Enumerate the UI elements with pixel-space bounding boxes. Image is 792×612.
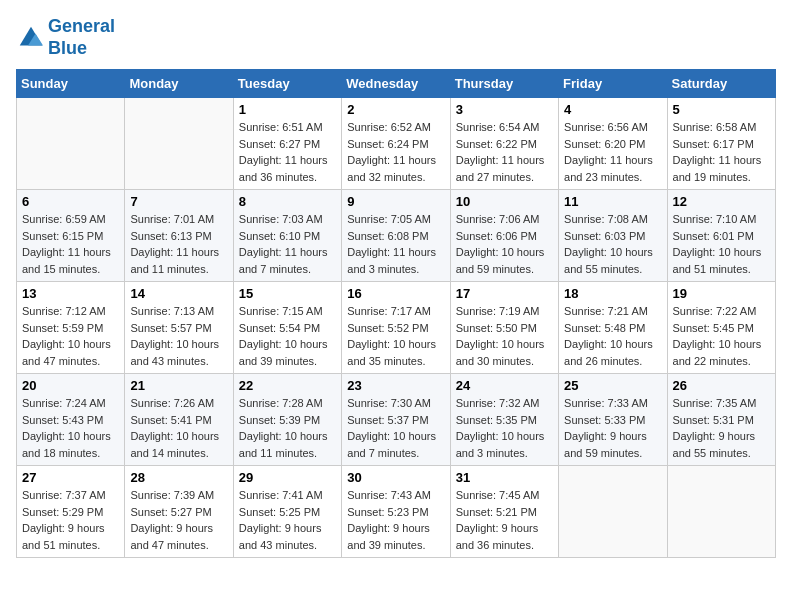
- day-info: Sunrise: 6:59 AMSunset: 6:15 PMDaylight:…: [22, 211, 119, 277]
- day-number: 8: [239, 194, 336, 209]
- day-info: Sunrise: 7:35 AMSunset: 5:31 PMDaylight:…: [673, 395, 770, 461]
- day-number: 4: [564, 102, 661, 117]
- logo: General Blue: [16, 16, 115, 59]
- header-row: SundayMondayTuesdayWednesdayThursdayFrid…: [17, 70, 776, 98]
- calendar-cell: 17 Sunrise: 7:19 AMSunset: 5:50 PMDaylig…: [450, 282, 558, 374]
- day-number: 9: [347, 194, 444, 209]
- day-info: Sunrise: 6:52 AMSunset: 6:24 PMDaylight:…: [347, 119, 444, 185]
- day-info: Sunrise: 7:01 AMSunset: 6:13 PMDaylight:…: [130, 211, 227, 277]
- day-number: 22: [239, 378, 336, 393]
- day-number: 19: [673, 286, 770, 301]
- day-info: Sunrise: 7:28 AMSunset: 5:39 PMDaylight:…: [239, 395, 336, 461]
- calendar-cell: [667, 466, 775, 558]
- day-number: 11: [564, 194, 661, 209]
- day-number: 27: [22, 470, 119, 485]
- week-row-1: 6 Sunrise: 6:59 AMSunset: 6:15 PMDayligh…: [17, 190, 776, 282]
- day-info: Sunrise: 7:30 AMSunset: 5:37 PMDaylight:…: [347, 395, 444, 461]
- calendar-cell: 16 Sunrise: 7:17 AMSunset: 5:52 PMDaylig…: [342, 282, 450, 374]
- calendar-cell: 29 Sunrise: 7:41 AMSunset: 5:25 PMDaylig…: [233, 466, 341, 558]
- calendar-cell: 3 Sunrise: 6:54 AMSunset: 6:22 PMDayligh…: [450, 98, 558, 190]
- day-number: 25: [564, 378, 661, 393]
- day-info: Sunrise: 7:22 AMSunset: 5:45 PMDaylight:…: [673, 303, 770, 369]
- calendar-cell: 13 Sunrise: 7:12 AMSunset: 5:59 PMDaylig…: [17, 282, 125, 374]
- day-number: 31: [456, 470, 553, 485]
- logo-text: General Blue: [48, 16, 115, 59]
- day-number: 7: [130, 194, 227, 209]
- day-number: 30: [347, 470, 444, 485]
- day-info: Sunrise: 7:03 AMSunset: 6:10 PMDaylight:…: [239, 211, 336, 277]
- calendar-cell: 23 Sunrise: 7:30 AMSunset: 5:37 PMDaylig…: [342, 374, 450, 466]
- day-info: Sunrise: 7:26 AMSunset: 5:41 PMDaylight:…: [130, 395, 227, 461]
- day-number: 17: [456, 286, 553, 301]
- day-info: Sunrise: 7:19 AMSunset: 5:50 PMDaylight:…: [456, 303, 553, 369]
- calendar-cell: [17, 98, 125, 190]
- day-number: 20: [22, 378, 119, 393]
- week-row-2: 13 Sunrise: 7:12 AMSunset: 5:59 PMDaylig…: [17, 282, 776, 374]
- day-info: Sunrise: 7:32 AMSunset: 5:35 PMDaylight:…: [456, 395, 553, 461]
- day-number: 13: [22, 286, 119, 301]
- day-info: Sunrise: 7:39 AMSunset: 5:27 PMDaylight:…: [130, 487, 227, 553]
- calendar-cell: 28 Sunrise: 7:39 AMSunset: 5:27 PMDaylig…: [125, 466, 233, 558]
- day-number: 15: [239, 286, 336, 301]
- day-info: Sunrise: 7:43 AMSunset: 5:23 PMDaylight:…: [347, 487, 444, 553]
- calendar-cell: 24 Sunrise: 7:32 AMSunset: 5:35 PMDaylig…: [450, 374, 558, 466]
- day-number: 28: [130, 470, 227, 485]
- day-info: Sunrise: 6:54 AMSunset: 6:22 PMDaylight:…: [456, 119, 553, 185]
- day-number: 29: [239, 470, 336, 485]
- calendar-cell: 14 Sunrise: 7:13 AMSunset: 5:57 PMDaylig…: [125, 282, 233, 374]
- day-header-saturday: Saturday: [667, 70, 775, 98]
- day-header-thursday: Thursday: [450, 70, 558, 98]
- day-header-wednesday: Wednesday: [342, 70, 450, 98]
- calendar-cell: 8 Sunrise: 7:03 AMSunset: 6:10 PMDayligh…: [233, 190, 341, 282]
- day-number: 24: [456, 378, 553, 393]
- day-header-monday: Monday: [125, 70, 233, 98]
- day-info: Sunrise: 7:15 AMSunset: 5:54 PMDaylight:…: [239, 303, 336, 369]
- calendar-cell: 18 Sunrise: 7:21 AMSunset: 5:48 PMDaylig…: [559, 282, 667, 374]
- calendar-cell: 1 Sunrise: 6:51 AMSunset: 6:27 PMDayligh…: [233, 98, 341, 190]
- calendar-cell: 9 Sunrise: 7:05 AMSunset: 6:08 PMDayligh…: [342, 190, 450, 282]
- calendar-cell: 15 Sunrise: 7:15 AMSunset: 5:54 PMDaylig…: [233, 282, 341, 374]
- day-info: Sunrise: 6:51 AMSunset: 6:27 PMDaylight:…: [239, 119, 336, 185]
- calendar-cell: 21 Sunrise: 7:26 AMSunset: 5:41 PMDaylig…: [125, 374, 233, 466]
- calendar-cell: [125, 98, 233, 190]
- calendar-cell: 5 Sunrise: 6:58 AMSunset: 6:17 PMDayligh…: [667, 98, 775, 190]
- day-info: Sunrise: 7:21 AMSunset: 5:48 PMDaylight:…: [564, 303, 661, 369]
- calendar-cell: 22 Sunrise: 7:28 AMSunset: 5:39 PMDaylig…: [233, 374, 341, 466]
- calendar-cell: 12 Sunrise: 7:10 AMSunset: 6:01 PMDaylig…: [667, 190, 775, 282]
- day-number: 3: [456, 102, 553, 117]
- calendar-body: 1 Sunrise: 6:51 AMSunset: 6:27 PMDayligh…: [17, 98, 776, 558]
- day-number: 1: [239, 102, 336, 117]
- day-number: 23: [347, 378, 444, 393]
- day-number: 18: [564, 286, 661, 301]
- day-info: Sunrise: 7:06 AMSunset: 6:06 PMDaylight:…: [456, 211, 553, 277]
- calendar-cell: 6 Sunrise: 6:59 AMSunset: 6:15 PMDayligh…: [17, 190, 125, 282]
- day-info: Sunrise: 7:08 AMSunset: 6:03 PMDaylight:…: [564, 211, 661, 277]
- calendar-cell: 26 Sunrise: 7:35 AMSunset: 5:31 PMDaylig…: [667, 374, 775, 466]
- week-row-0: 1 Sunrise: 6:51 AMSunset: 6:27 PMDayligh…: [17, 98, 776, 190]
- day-header-tuesday: Tuesday: [233, 70, 341, 98]
- day-info: Sunrise: 7:13 AMSunset: 5:57 PMDaylight:…: [130, 303, 227, 369]
- day-number: 14: [130, 286, 227, 301]
- day-info: Sunrise: 7:10 AMSunset: 6:01 PMDaylight:…: [673, 211, 770, 277]
- calendar-cell: 19 Sunrise: 7:22 AMSunset: 5:45 PMDaylig…: [667, 282, 775, 374]
- day-info: Sunrise: 7:24 AMSunset: 5:43 PMDaylight:…: [22, 395, 119, 461]
- calendar-cell: 31 Sunrise: 7:45 AMSunset: 5:21 PMDaylig…: [450, 466, 558, 558]
- day-info: Sunrise: 7:37 AMSunset: 5:29 PMDaylight:…: [22, 487, 119, 553]
- day-number: 12: [673, 194, 770, 209]
- day-number: 6: [22, 194, 119, 209]
- week-row-3: 20 Sunrise: 7:24 AMSunset: 5:43 PMDaylig…: [17, 374, 776, 466]
- day-number: 21: [130, 378, 227, 393]
- calendar-cell: 7 Sunrise: 7:01 AMSunset: 6:13 PMDayligh…: [125, 190, 233, 282]
- day-header-friday: Friday: [559, 70, 667, 98]
- day-info: Sunrise: 7:17 AMSunset: 5:52 PMDaylight:…: [347, 303, 444, 369]
- calendar-cell: 2 Sunrise: 6:52 AMSunset: 6:24 PMDayligh…: [342, 98, 450, 190]
- day-number: 2: [347, 102, 444, 117]
- calendar-cell: 25 Sunrise: 7:33 AMSunset: 5:33 PMDaylig…: [559, 374, 667, 466]
- day-number: 10: [456, 194, 553, 209]
- day-info: Sunrise: 7:45 AMSunset: 5:21 PMDaylight:…: [456, 487, 553, 553]
- day-info: Sunrise: 7:41 AMSunset: 5:25 PMDaylight:…: [239, 487, 336, 553]
- calendar-cell: 4 Sunrise: 6:56 AMSunset: 6:20 PMDayligh…: [559, 98, 667, 190]
- calendar-header: SundayMondayTuesdayWednesdayThursdayFrid…: [17, 70, 776, 98]
- day-number: 5: [673, 102, 770, 117]
- calendar-cell: 20 Sunrise: 7:24 AMSunset: 5:43 PMDaylig…: [17, 374, 125, 466]
